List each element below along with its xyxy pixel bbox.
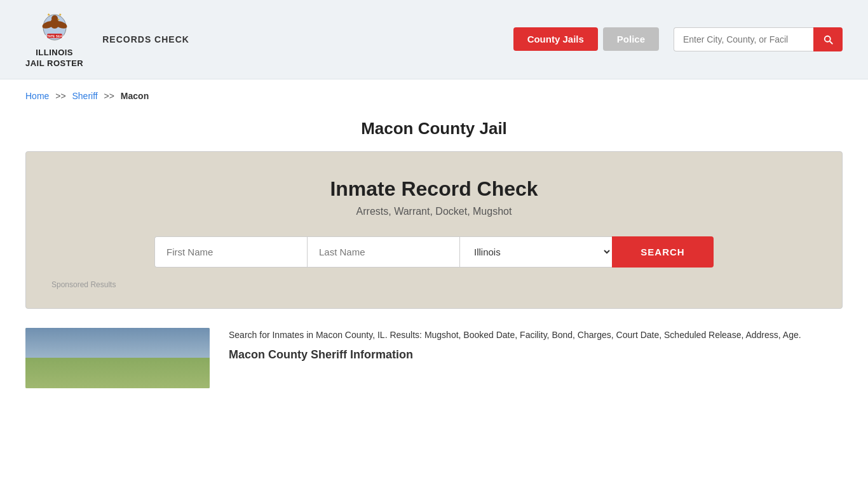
bottom-section-heading: Macon County Sheriff Information <box>229 348 843 362</box>
state-select[interactable]: Illinois <box>459 236 612 268</box>
header: ★ ★ STATE SEAL ILLINOIS JAIL ROSTER RECO… <box>0 0 868 79</box>
sponsored-label: Sponsored Results <box>51 280 817 289</box>
inmate-record-box: Inmate Record Check Arrests, Warrant, Do… <box>25 151 843 309</box>
breadcrumb-home[interactable]: Home <box>25 91 49 101</box>
inmate-box-title: Inmate Record Check <box>51 177 817 201</box>
logo-text: ILLINOIS JAIL ROSTER <box>25 48 83 69</box>
page-title: Macon County Jail <box>0 119 868 139</box>
svg-text:★: ★ <box>47 13 50 17</box>
svg-text:★: ★ <box>58 13 62 17</box>
inmate-box-subtitle: Arrests, Warrant, Docket, Mugshot <box>51 206 817 217</box>
logo-area: ★ ★ STATE SEAL ILLINOIS JAIL ROSTER <box>25 10 83 69</box>
header-left: ★ ★ STATE SEAL ILLINOIS JAIL ROSTER RECO… <box>25 10 189 69</box>
bottom-section: Search for Inmates in Macon County, IL. … <box>0 328 868 388</box>
header-search-button[interactable] <box>813 27 843 51</box>
bottom-text: Search for Inmates in Macon County, IL. … <box>229 328 843 388</box>
inmate-search-button[interactable]: SEARCH <box>612 236 714 268</box>
breadcrumb-sheriff[interactable]: Sheriff <box>72 91 98 101</box>
first-name-input[interactable] <box>154 236 307 268</box>
breadcrumb: Home >> Sheriff >> Macon <box>0 79 868 112</box>
police-button[interactable]: Police <box>603 27 659 51</box>
inmate-search-form: Illinois SEARCH <box>51 236 817 268</box>
image-ground <box>25 358 210 388</box>
svg-point-2 <box>51 15 58 22</box>
bottom-description: Search for Inmates in Macon County, IL. … <box>229 328 843 342</box>
header-nav: County Jails Police <box>513 27 843 51</box>
breadcrumb-current: Macon <box>121 91 149 101</box>
header-search-input[interactable] <box>674 27 813 51</box>
breadcrumb-sep2: >> <box>104 91 114 101</box>
search-icon <box>822 34 834 45</box>
header-search-bar <box>674 27 843 51</box>
county-image <box>25 328 210 388</box>
records-check-label: RECORDS CHECK <box>102 34 189 44</box>
county-jails-button[interactable]: County Jails <box>513 27 598 51</box>
svg-text:STATE SEAL: STATE SEAL <box>44 34 64 38</box>
image-sky <box>25 328 210 361</box>
breadcrumb-sep1: >> <box>55 91 65 101</box>
illinois-logo-icon: ★ ★ STATE SEAL <box>36 10 74 48</box>
last-name-input[interactable] <box>307 236 459 268</box>
